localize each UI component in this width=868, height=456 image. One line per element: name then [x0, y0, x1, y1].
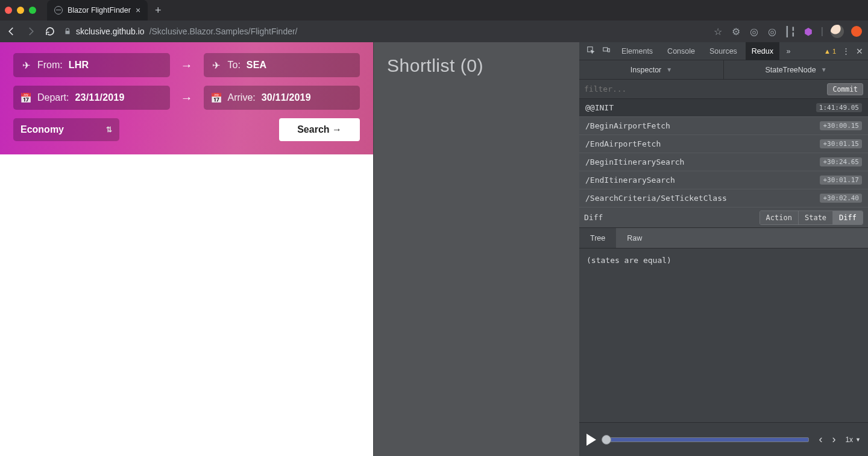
tab-sources[interactable]: Sources [703, 42, 743, 60]
chevron-down-icon: ▼ [855, 437, 861, 443]
step-forward-button[interactable]: › [832, 433, 835, 446]
svg-rect-1 [603, 48, 608, 51]
from-value: LHR [69, 60, 89, 71]
diff-body: (states are equal) [579, 249, 868, 422]
slider-thumb[interactable] [602, 435, 611, 445]
action-filter-input[interactable] [584, 84, 822, 93]
more-tabs-icon[interactable]: » [782, 47, 795, 55]
diff-title: Diff [584, 213, 603, 222]
play-button[interactable] [587, 434, 596, 446]
depart-field[interactable]: 📅 Depart: 23/11/2019 [13, 86, 170, 110]
action-name: /BeginItinerarySearch [585, 157, 820, 166]
plane-icon: ✈ [211, 60, 222, 71]
action-name: /SearchCriteria/SetTicketClass [585, 194, 820, 203]
action-time: +30:02.40 [820, 194, 862, 203]
address-bar[interactable]: skclusive.github.io/Skclusive.Blazor.Sam… [64, 27, 704, 36]
arrive-value: 30/11/2019 [262, 92, 311, 103]
window-controls [5, 7, 36, 14]
back-button[interactable] [6, 26, 17, 37]
zoom-window-button[interactable] [29, 7, 36, 14]
devtools-close-icon[interactable]: ✕ [856, 46, 863, 56]
to-field[interactable]: ✈ To: SEA [204, 53, 360, 77]
tab-elements[interactable]: Elements [615, 42, 659, 60]
action-list: @@INIT1:41:49.05/BeginAirportFetch+30:00… [579, 99, 868, 207]
globe-icon [54, 6, 63, 14]
svg-rect-2 [608, 49, 609, 52]
timeline-slider[interactable] [606, 437, 809, 442]
action-row[interactable]: /SearchCriteria/SetTicketClass+30:02.40 [579, 189, 868, 207]
tune-icon[interactable]: ┃╏ [785, 26, 796, 37]
seg-diff[interactable]: Diff [832, 211, 863, 224]
action-row[interactable]: @@INIT1:41:49.05 [579, 99, 868, 117]
device-toggle-icon[interactable] [600, 46, 613, 56]
diff-header: Diff Action State Diff [579, 207, 868, 228]
action-name: @@INIT [585, 103, 816, 112]
from-field[interactable]: ✈ From: LHR [13, 53, 170, 77]
seg-action[interactable]: Action [760, 211, 798, 224]
warning-count[interactable]: ▲ 1 [824, 48, 836, 55]
commit-button[interactable]: Commit [827, 83, 863, 95]
profile-avatar[interactable] [831, 25, 844, 38]
action-name: /EndItinerarySearch [585, 176, 820, 185]
action-row[interactable]: /BeginItinerarySearch+30:24.65 [579, 153, 868, 171]
subtab-tree[interactable]: Tree [579, 228, 616, 248]
arrive-label: Arrive: [228, 92, 256, 103]
ticket-class-value: Economy [20, 124, 64, 135]
action-row[interactable]: /EndAirportFetch+30:01.15 [579, 135, 868, 153]
new-tab-button[interactable]: + [148, 4, 169, 17]
element-picker-icon[interactable] [584, 46, 597, 56]
redux-header: Inspector ▼ StateTreeNode ▼ [579, 60, 868, 80]
from-label: From: [37, 60, 63, 71]
calendar-icon: 📅 [211, 92, 222, 104]
shortlist-title: Shortlist (0) [387, 55, 566, 76]
url-path: /Skclusive.Blazor.Samples/FlightFinder/ [149, 27, 298, 36]
action-time: +30:01.17 [820, 176, 862, 185]
redux-ext-icon[interactable]: ⬢ [803, 26, 814, 37]
step-back-button[interactable]: ‹ [819, 433, 822, 446]
action-time: 1:41:49.05 [816, 103, 862, 112]
tab-title: Blazor FlightFinder [68, 6, 131, 14]
lock-icon [64, 27, 71, 36]
search-button[interactable]: Search → [279, 118, 360, 141]
inspector-select[interactable]: Inspector ▼ [579, 60, 724, 79]
tab-redux[interactable]: Redux [746, 42, 779, 60]
state-tree-node-select[interactable]: StateTreeNode ▼ [724, 60, 868, 79]
seg-state[interactable]: State [798, 211, 832, 224]
depart-value: 23/11/2019 [75, 92, 124, 103]
to-label: To: [228, 60, 241, 71]
settings-gear-icon[interactable]: ⚙ [731, 26, 741, 37]
devtools-tabbar: Elements Console Sources Redux » ▲ 1 ⋮ ✕ [579, 42, 868, 60]
close-tab-icon[interactable]: × [136, 5, 140, 15]
forward-button[interactable] [25, 26, 36, 37]
action-row[interactable]: /BeginAirportFetch+30:00.15 [579, 117, 868, 135]
action-name: /BeginAirportFetch [585, 121, 820, 130]
browser-tab[interactable]: Blazor FlightFinder × [47, 0, 148, 21]
subtab-raw[interactable]: Raw [616, 228, 653, 248]
calendar-icon: 📅 [20, 92, 31, 104]
browser-toolbar: skclusive.github.io/Skclusive.Blazor.Sam… [0, 21, 868, 42]
view-segmented: Action State Diff [760, 211, 863, 225]
arrow-right-icon: → [180, 59, 194, 72]
chevron-updown-icon: ⇅ [106, 125, 112, 134]
action-player: ‹ › 1x ▼ [579, 422, 868, 456]
reload-button[interactable] [45, 26, 55, 37]
star-icon[interactable]: ☆ [712, 26, 723, 37]
shortlist-pane: Shortlist (0) [373, 42, 579, 456]
chevron-down-icon: ▼ [821, 66, 827, 73]
minimize-window-button[interactable] [17, 7, 24, 14]
depart-label: Depart: [37, 92, 69, 103]
close-window-button[interactable] [5, 7, 12, 14]
tab-console[interactable]: Console [661, 42, 701, 60]
ticket-class-select[interactable]: Economy ⇅ [13, 118, 119, 141]
action-row[interactable]: /EndItinerarySearch+30:01.17 [579, 171, 868, 189]
playback-speed[interactable]: 1x ▼ [845, 435, 861, 444]
extension-circle-2-icon[interactable]: ◎ [767, 26, 778, 37]
arrive-field[interactable]: 📅 Arrive: 30/11/2019 [204, 86, 360, 110]
action-time: +30:00.15 [820, 121, 862, 130]
extension-circle-1-icon[interactable]: ◎ [749, 26, 760, 37]
search-panel: ✈ From: LHR → ✈ To: SEA 📅 Depart: 23/11/… [0, 42, 373, 154]
devtools-menu-icon[interactable]: ⋮ [842, 46, 850, 55]
arrow-right-icon: → [180, 91, 194, 105]
action-filter-row: Commit [579, 80, 868, 99]
profile-dot-icon[interactable] [851, 26, 862, 37]
